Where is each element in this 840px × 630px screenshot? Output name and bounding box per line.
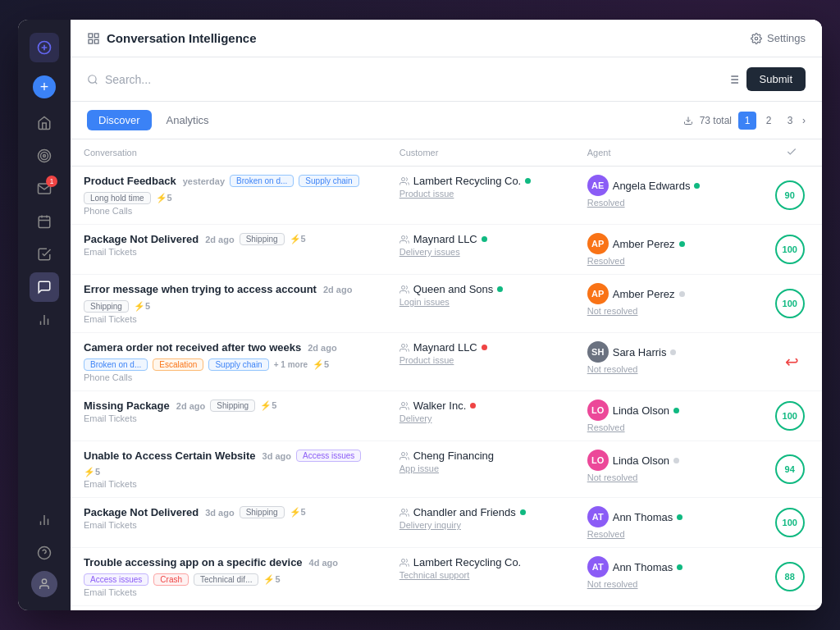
agent-avatar: SH bbox=[587, 341, 609, 363]
customer-status-dot bbox=[482, 236, 487, 242]
conversation-cell: Trouble accessing app on a specific devi… bbox=[71, 548, 386, 606]
table-row[interactable]: Camera order not received after two week… bbox=[71, 333, 822, 391]
table-row[interactable]: Package Not Delivered 2d ago Shipping ⚡5… bbox=[71, 225, 822, 275]
user-avatar[interactable] bbox=[31, 571, 57, 597]
score-phone: ↩ bbox=[775, 352, 809, 372]
customer-issue: Delivery issues bbox=[399, 247, 561, 257]
svg-point-2 bbox=[41, 153, 48, 160]
svg-rect-17 bbox=[89, 34, 93, 38]
tag: Crash bbox=[153, 573, 189, 586]
tag: Long hold time bbox=[84, 192, 151, 204]
page-1[interactable]: 1 bbox=[738, 112, 756, 130]
conversation-title: Package Not Delivered 3d ago Shipping ⚡5 bbox=[84, 506, 373, 518]
customer-icon bbox=[399, 508, 409, 518]
table-row[interactable]: Unable to Access Certain Website 3d ago … bbox=[71, 441, 822, 498]
svg-point-31 bbox=[401, 177, 404, 180]
conversation-cell: Package Not Delivered 3d ago Shipping ⚡5… bbox=[71, 498, 386, 548]
tab-discover[interactable]: Discover bbox=[87, 110, 152, 130]
conversation-time: 3d ago bbox=[262, 451, 291, 461]
sidebar-item-analytics[interactable] bbox=[30, 305, 59, 335]
score-circle: 88 bbox=[775, 562, 805, 591]
conversation-cell: Error message when trying to access acco… bbox=[71, 275, 386, 333]
settings-button[interactable]: Settings bbox=[751, 32, 806, 44]
table-row[interactable]: Package Not Delivered 3d ago Shipping ⚡5… bbox=[71, 498, 822, 548]
table-row[interactable]: Product Feedback yesterday Broken on d..… bbox=[71, 167, 822, 225]
score-cell: 88 bbox=[762, 548, 822, 606]
app-title-text: Conversation Intelligence bbox=[107, 31, 257, 45]
customer-issue: App issue bbox=[399, 463, 561, 473]
download-icon[interactable] bbox=[683, 116, 693, 126]
customer-cell: Maynard LLC Delivery issues bbox=[386, 225, 574, 275]
sidebar-item-target[interactable] bbox=[30, 141, 59, 171]
sidebar-item-check[interactable] bbox=[30, 240, 59, 269]
filter-icon bbox=[727, 73, 740, 86]
sidebar-item-chat[interactable] bbox=[30, 272, 59, 302]
customer-icon bbox=[399, 285, 409, 294]
agent-status-dot bbox=[677, 514, 682, 520]
svg-point-36 bbox=[401, 452, 404, 455]
customer-status-dot bbox=[470, 403, 476, 409]
col-header-score bbox=[762, 139, 822, 167]
agent-status: Resolved bbox=[587, 529, 749, 539]
conversation-cell: Issue with package delivery 5d ago Shipp… bbox=[71, 606, 386, 611]
score-circle: 100 bbox=[775, 235, 805, 264]
agent-avatar: AT bbox=[587, 556, 609, 578]
page-2[interactable]: 2 bbox=[760, 112, 778, 130]
conversation-cell: Camera order not received after two week… bbox=[71, 333, 386, 391]
customer-icon bbox=[399, 451, 409, 461]
customer-cell: Ripley Space Corporation Delivery issues bbox=[386, 606, 574, 611]
page-next[interactable]: › bbox=[802, 115, 806, 126]
score-cell: 100 bbox=[762, 498, 822, 548]
score-cell: 100 bbox=[762, 391, 822, 441]
score-count: ⚡5 bbox=[313, 359, 329, 370]
score-count: ⚡5 bbox=[156, 193, 172, 203]
svg-point-16 bbox=[42, 579, 46, 583]
table-row[interactable]: Issue with package delivery 5d ago Shipp… bbox=[71, 606, 822, 611]
tag: Shipping bbox=[240, 233, 285, 245]
tag: Escalation bbox=[153, 358, 203, 371]
agent-name: LO Linda Olson bbox=[587, 399, 749, 421]
conversation-cell: Missing Package 2d ago Shipping ⚡5 Email… bbox=[71, 391, 386, 441]
sidebar-item-home[interactable] bbox=[30, 108, 59, 138]
customer-name: Maynard LLC bbox=[399, 341, 561, 354]
agent-status: Not resolved bbox=[587, 364, 749, 374]
add-button[interactable]: + bbox=[33, 75, 56, 98]
search-input[interactable] bbox=[105, 73, 720, 86]
score-cell: 94 bbox=[762, 441, 822, 498]
conversations-table: Conversation Customer Agent Product Feed… bbox=[71, 139, 822, 610]
sidebar-item-reports[interactable] bbox=[30, 505, 59, 535]
table-row[interactable]: Missing Package 2d ago Shipping ⚡5 Email… bbox=[71, 391, 822, 441]
customer-name: Lambert Recycling Co. bbox=[399, 556, 561, 568]
svg-rect-4 bbox=[39, 217, 50, 228]
customer-cell: Chandler and Friends Delivery inquiry bbox=[386, 498, 574, 548]
agent-status: Not resolved bbox=[587, 306, 749, 316]
tag: Shipping bbox=[240, 506, 285, 518]
tab-analytics[interactable]: Analytics bbox=[155, 110, 221, 130]
customer-name: Cheng Financing bbox=[399, 450, 561, 462]
tag: Broken on d... bbox=[84, 358, 148, 371]
sidebar-item-calendar[interactable] bbox=[30, 207, 59, 236]
page-3[interactable]: 3 bbox=[781, 112, 799, 130]
sidebar-item-mail[interactable]: 1 bbox=[30, 174, 59, 203]
agent-avatar: AP bbox=[587, 283, 609, 304]
table-row[interactable]: Error message when trying to access acco… bbox=[71, 275, 822, 333]
agent-status: Resolved bbox=[587, 422, 749, 432]
customer-cell: Queen and Sons Login issues bbox=[386, 275, 574, 333]
mail-badge: 1 bbox=[46, 176, 57, 187]
conversation-time: 4d ago bbox=[309, 558, 338, 568]
table-row[interactable]: Trouble accessing app on a specific devi… bbox=[71, 548, 822, 606]
filter-button[interactable] bbox=[727, 73, 740, 86]
sidebar-item-help[interactable] bbox=[30, 538, 59, 568]
agent-status-dot bbox=[673, 408, 679, 413]
agent-info: AE Angela Edwards Resolved bbox=[587, 175, 749, 208]
tag: Shipping bbox=[84, 300, 129, 313]
agent-status-dot bbox=[670, 349, 676, 355]
conversation-title: Error message when trying to access acco… bbox=[84, 283, 373, 313]
app-logo bbox=[30, 33, 59, 62]
agent-cell: LO Linda Olson Resolved bbox=[574, 391, 762, 441]
score-cell: ↩ bbox=[762, 333, 822, 391]
search-icon bbox=[87, 74, 98, 85]
submit-button[interactable]: Submit bbox=[746, 67, 806, 91]
content-area: Conversation Intelligence Settings bbox=[71, 20, 822, 610]
customer-cell: Walker Inc. Delivery bbox=[386, 391, 574, 441]
